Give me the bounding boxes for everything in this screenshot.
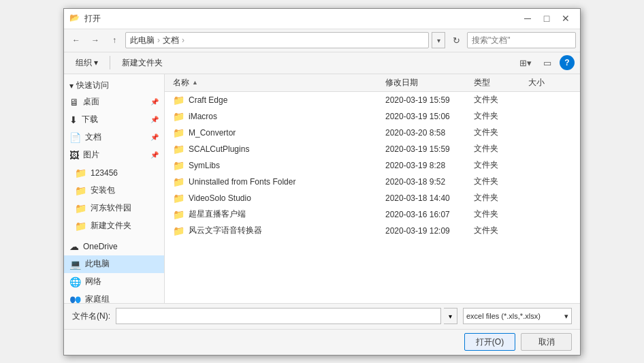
col-type-header[interactable]: 类型 bbox=[468, 74, 523, 91]
sidebar-item-newfolder[interactable]: 📁 新建文件夹 bbox=[64, 217, 164, 235]
filename-label: 文件名(N): bbox=[72, 311, 110, 322]
file-name: 风云文字语音转换器 bbox=[189, 225, 262, 236]
file-name-cell: 📁 iMacros bbox=[167, 111, 380, 122]
quick-access-section: ▾ 快速访问 🖥 桌面 📌 ⬇ 下载 📌 📄 文档 📌 bbox=[64, 78, 164, 235]
toolbar: 组织 ▾ 新建文件夹 ⊞▾ ▭ ? bbox=[64, 52, 580, 74]
file-type-cell: 文件夹 bbox=[468, 192, 523, 204]
file-modified-cell: 2020-03-19 15:59 bbox=[380, 95, 468, 105]
file-modified: 2020-03-18 14:40 bbox=[385, 193, 450, 203]
sidebar-label-newfolder: 新建文件夹 bbox=[91, 220, 131, 232]
table-row[interactable]: 📁 风云文字语音转换器 2020-03-19 12:09 文件夹 bbox=[165, 223, 580, 239]
file-modified: 2020-03-19 15:59 bbox=[385, 144, 450, 154]
breadcrumb-sep2: › bbox=[182, 35, 184, 45]
file-modified-cell: 2020-03-16 16:07 bbox=[380, 210, 468, 219]
file-type: 文件夹 bbox=[474, 208, 498, 220]
filetype-select[interactable]: excel files (*.xls,*.xlsx) ▾ bbox=[463, 308, 572, 324]
sidebar-label-123456: 123456 bbox=[91, 168, 118, 178]
preview-button[interactable]: ▭ bbox=[538, 54, 557, 71]
file-modified-cell: 2020-03-20 8:58 bbox=[380, 128, 468, 138]
new-folder-button[interactable]: 新建文件夹 bbox=[116, 54, 169, 71]
table-row[interactable]: 📁 Uninstalled from Fonts Folder 2020-03-… bbox=[165, 174, 580, 190]
file-modified: 2020-03-20 8:58 bbox=[385, 128, 445, 138]
file-type: 文件夹 bbox=[474, 159, 498, 171]
open-button[interactable]: 打开(O) bbox=[464, 333, 515, 351]
view-button[interactable]: ⊞▾ bbox=[516, 54, 535, 71]
quick-access-label: 快速访问 bbox=[76, 80, 109, 91]
col-name-label: 名称 bbox=[173, 77, 189, 89]
filename-input[interactable] bbox=[116, 308, 441, 324]
close-button[interactable]: ✕ bbox=[557, 11, 575, 26]
refresh-button[interactable]: ↻ bbox=[448, 32, 464, 48]
folder-icon-3: 📁 bbox=[75, 203, 86, 214]
forward-button[interactable]: → bbox=[87, 32, 103, 48]
table-row[interactable]: 📁 SCALCutPlugins 2020-03-19 15:59 文件夹 bbox=[165, 141, 580, 157]
cancel-button[interactable]: 取消 bbox=[521, 333, 572, 351]
file-type: 文件夹 bbox=[474, 225, 498, 236]
table-row[interactable]: 📁 iMacros 2020-03-19 15:06 文件夹 bbox=[165, 108, 580, 125]
file-list-container[interactable]: 名称 ▲ 修改日期 类型 大小 📁 Craft bbox=[165, 74, 580, 303]
folder-icon: 📁 bbox=[173, 176, 184, 187]
sidebar-item-network[interactable]: 🌐 网络 bbox=[64, 273, 164, 291]
help-button[interactable]: ? bbox=[560, 55, 575, 70]
file-type-cell: 文件夹 bbox=[468, 176, 523, 187]
file-modified: 2020-03-19 15:06 bbox=[385, 112, 450, 121]
file-modified: 2020-03-19 15:59 bbox=[385, 95, 450, 105]
file-name-cell: 📁 Craft Edge bbox=[167, 95, 380, 106]
back-button[interactable]: ← bbox=[68, 32, 84, 48]
col-modified-header[interactable]: 修改日期 bbox=[380, 74, 468, 91]
organize-button[interactable]: 组织 ▾ bbox=[69, 54, 104, 71]
maximize-button[interactable]: □ bbox=[538, 11, 556, 26]
quick-access-header[interactable]: ▾ 快速访问 bbox=[64, 78, 164, 93]
col-size-header[interactable]: 大小 bbox=[523, 74, 577, 91]
filename-dropdown-btn[interactable]: ▾ bbox=[444, 308, 457, 324]
file-type: 文件夹 bbox=[474, 176, 498, 187]
sidebar-item-thispc[interactable]: 💻 此电脑 bbox=[64, 255, 164, 273]
sidebar-item-desktop[interactable]: 🖥 桌面 📌 bbox=[64, 93, 164, 111]
file-type-cell: 文件夹 bbox=[468, 127, 523, 138]
breadcrumb[interactable]: 此电脑 › 文档 › bbox=[125, 32, 429, 48]
toolbar-right: ⊞▾ ▭ ? bbox=[516, 54, 575, 71]
file-type-cell: 文件夹 bbox=[468, 208, 523, 220]
file-name: SCALCutPlugins bbox=[189, 144, 249, 154]
folder-icon: 📁 bbox=[173, 193, 184, 204]
address-bar: ← → ↑ 此电脑 › 文档 › ▾ ↻ 🔍 bbox=[64, 29, 580, 52]
col-type-label: 类型 bbox=[474, 77, 490, 89]
minimize-button[interactable]: ─ bbox=[519, 11, 536, 26]
sidebar-item-downloads[interactable]: ⬇ 下载 📌 bbox=[64, 111, 164, 129]
thispc-icon: 💻 bbox=[69, 259, 81, 270]
file-name-cell: 📁 超星直播客户端 bbox=[167, 208, 380, 220]
pin-icon-pictures: 📌 bbox=[150, 151, 159, 159]
filename-input-wrap: ▾ bbox=[116, 308, 457, 324]
sidebar-item-install[interactable]: 📁 安装包 bbox=[64, 182, 164, 200]
file-open-dialog: 📂 打开 ─ □ ✕ ← → ↑ 此电脑 › 文档 › ▾ ↻ 🔍 组织 ▾ 新… bbox=[63, 8, 581, 356]
sidebar-item-onedrive[interactable]: ☁ OneDrive bbox=[64, 238, 164, 255]
sidebar-label-desktop: 桌面 bbox=[83, 96, 99, 108]
sidebar-label-pictures: 图片 bbox=[83, 149, 99, 161]
file-modified: 2020-03-16 16:07 bbox=[385, 210, 450, 219]
title-controls: ─ □ ✕ bbox=[519, 11, 575, 26]
table-row[interactable]: 📁 VideoSolo Studio 2020-03-18 14:40 文件夹 bbox=[165, 190, 580, 206]
breadcrumb-root: 此电脑 bbox=[130, 35, 155, 46]
sidebar-item-hedong[interactable]: 📁 河东软件园 bbox=[64, 200, 164, 217]
sidebar: ▾ 快速访问 🖥 桌面 📌 ⬇ 下载 📌 📄 文档 📌 bbox=[64, 74, 165, 303]
sidebar-item-documents[interactable]: 📄 文档 📌 bbox=[64, 129, 164, 146]
table-row[interactable]: 📁 SymLibs 2020-03-19 8:28 文件夹 bbox=[165, 157, 580, 174]
search-input[interactable] bbox=[468, 35, 576, 45]
table-row[interactable]: 📁 超星直播客户端 2020-03-16 16:07 文件夹 bbox=[165, 206, 580, 223]
address-dropdown-btn[interactable]: ▾ bbox=[432, 32, 445, 48]
sidebar-item-pictures[interactable]: 🖼 图片 📌 bbox=[64, 146, 164, 164]
title-bar-left: 📂 打开 bbox=[69, 13, 101, 25]
folder-icon: 📁 bbox=[173, 127, 184, 138]
col-name-header[interactable]: 名称 ▲ bbox=[167, 74, 380, 91]
table-row[interactable]: 📁 Craft Edge 2020-03-19 15:59 文件夹 bbox=[165, 92, 580, 108]
table-row[interactable]: 📁 M_Convertor 2020-03-20 8:58 文件夹 bbox=[165, 125, 580, 141]
file-type-cell: 文件夹 bbox=[468, 110, 523, 122]
sidebar-label-onedrive: OneDrive bbox=[83, 242, 118, 251]
sidebar-item-homegroup[interactable]: 👥 家庭组 bbox=[64, 291, 164, 303]
file-modified-cell: 2020-03-19 12:09 bbox=[380, 226, 468, 236]
folder-icon: 📁 bbox=[173, 144, 184, 155]
sidebar-item-123456[interactable]: 📁 123456 bbox=[64, 164, 164, 182]
up-button[interactable]: ↑ bbox=[106, 32, 123, 48]
pictures-icon: 🖼 bbox=[69, 150, 79, 161]
pin-icon-documents: 📌 bbox=[150, 133, 159, 141]
